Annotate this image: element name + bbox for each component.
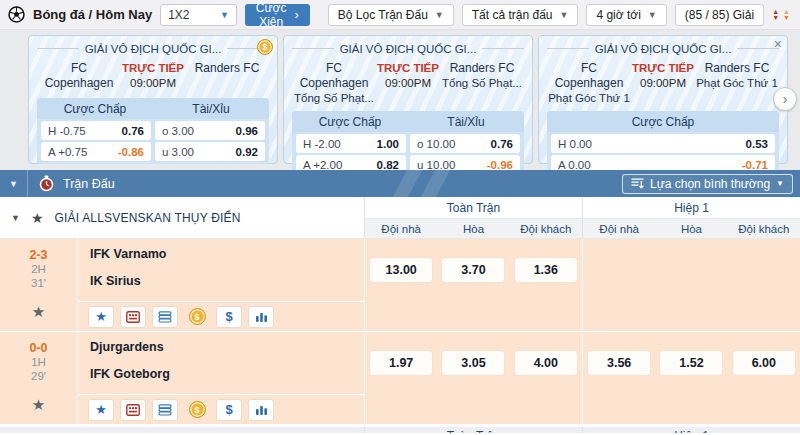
- odds-label: H -2.00: [303, 138, 341, 150]
- favorite-star-button[interactable]: ★: [88, 399, 114, 421]
- odds-button-away[interactable]: 4.00: [515, 351, 577, 375]
- odds-button[interactable]: H -0.75 0.76: [41, 121, 151, 140]
- live-block: TRỰC TIẾP 09:00PM: [376, 61, 440, 91]
- odds-button[interactable]: u 3.00 0.92: [155, 142, 265, 161]
- odds-button-draw[interactable]: 3.70: [442, 258, 504, 282]
- card-teams: FC Copenhagen Tổng Số Phạt... TRỰC TIẾP …: [292, 61, 524, 106]
- match-main: Djurgardens IFK Goteborg ★ $ $: [78, 332, 365, 424]
- sort-lines-icon: [631, 178, 644, 189]
- display-mode-button[interactable]: Lựa chọn bình thường ▼: [622, 174, 793, 194]
- market-header: Cược Chấp: [292, 115, 408, 129]
- market-select-value: 1X2: [168, 8, 189, 22]
- sort-control[interactable]: ▲▼ ▲▼: [772, 9, 792, 21]
- chevron-down-icon: ▼: [648, 10, 657, 20]
- odds-value: 0.82: [377, 159, 399, 171]
- odds-value: 1.00: [377, 138, 399, 150]
- odds-button[interactable]: H 0.00 0.53: [551, 134, 775, 153]
- away-team: Randers FC Phạt Góc Thứ 1: [695, 61, 779, 91]
- all-matches-dropdown[interactable]: Tất cả trận đấu ▼: [462, 4, 579, 26]
- chevron-down-icon: ▼: [435, 10, 444, 20]
- live-badge: TRỰC TIẾP: [631, 61, 695, 76]
- home-team-name: FC Copenhagen: [292, 61, 376, 91]
- card-league-text: GIẢI VÔ ĐỊCH QUỐC GI...: [595, 43, 732, 55]
- odds-button-h1-away[interactable]: 6.00: [733, 351, 795, 375]
- match-favorite-star-icon[interactable]: ★: [32, 303, 45, 321]
- card-teams: FC Copenhagen Phạt Góc Thứ 1 TRỰC TIẾP 0…: [547, 61, 779, 106]
- favorite-star-button[interactable]: ★: [88, 306, 114, 328]
- match-teams-link[interactable]: IFK Varnamo IK Sirius: [78, 239, 364, 301]
- markets-icon: [158, 404, 172, 416]
- column-header: Đội nhà: [583, 219, 655, 238]
- odds-label: u 10.00: [417, 159, 455, 171]
- partial-group-header: Toàn Trận: [365, 427, 583, 433]
- collapse-section-chevron[interactable]: ▼: [0, 170, 28, 197]
- markets-button[interactable]: [152, 399, 178, 421]
- column-header: Đội khách: [510, 219, 583, 238]
- home-team: FC Copenhagen: [37, 61, 121, 91]
- odds-value: 0.96: [236, 125, 258, 137]
- odds-button-draw[interactable]: 3.05: [442, 351, 504, 375]
- match-teams-link[interactable]: Djurgardens IFK Goteborg: [78, 332, 364, 394]
- odds-label: H -0.75: [48, 125, 86, 137]
- column-header: Đội khách: [728, 219, 800, 238]
- odds-button-h1-home[interactable]: 3.56: [588, 351, 650, 375]
- odds-label: A +0.75: [48, 146, 87, 158]
- scoreboard-button[interactable]: [120, 306, 146, 328]
- scoreboard-icon: [126, 404, 140, 416]
- market-header: Tài/Xỉu: [153, 102, 269, 116]
- scoreboard-button[interactable]: [120, 399, 146, 421]
- odds-button-away[interactable]: 1.36: [515, 258, 577, 282]
- live-badge: TRỰC TIẾP: [376, 61, 440, 76]
- odds-button[interactable]: o 3.00 0.96: [155, 121, 265, 140]
- match-favorite-star-icon[interactable]: ★: [32, 396, 45, 414]
- odds-button-home[interactable]: 1.97: [370, 351, 432, 375]
- market-select[interactable]: 1X2 ▼: [160, 4, 237, 26]
- time-filter-dropdown[interactable]: 4 giờ tới ▼: [586, 4, 666, 26]
- odds-value: 0.92: [236, 146, 258, 158]
- odds-cell-empty: [582, 239, 655, 331]
- card-league-title: GIẢI VÔ ĐỊCH QUỐC GI...: [292, 40, 524, 57]
- dollar-button[interactable]: $: [216, 306, 242, 328]
- card-league-title: GIẢI VÔ ĐỊCH QUỐC GI...: [37, 40, 269, 57]
- odds-button[interactable]: o 10.00 0.76: [410, 134, 520, 153]
- away-team: Randers FC Tổng Số Phạt...: [440, 61, 524, 91]
- odds-value: -0.96: [487, 159, 513, 171]
- card-odds-block: Cược Chấp H 0.00 0.53 A 0.00 -0.71: [547, 111, 779, 177]
- match-filter-dropdown[interactable]: Bộ Lọc Trận Đấu ▼: [328, 4, 454, 26]
- stats-button[interactable]: [248, 306, 274, 328]
- odds-button[interactable]: A +0.75 -0.86: [41, 142, 151, 161]
- markets-button[interactable]: [152, 306, 178, 328]
- collapse-league-chevron[interactable]: ▼: [11, 213, 20, 223]
- featured-card: GIẢI VÔ ĐỊCH QUỐC GI... $ FC Copenhagen …: [28, 35, 278, 164]
- odds-button-home[interactable]: 13.00: [370, 258, 432, 282]
- cash-out-button[interactable]: $: [184, 399, 210, 421]
- odds-button-h1-draw[interactable]: 1.52: [660, 351, 722, 375]
- cash-out-button[interactable]: $: [184, 306, 210, 328]
- dollar-button[interactable]: $: [216, 399, 242, 421]
- league-favorite-star-icon[interactable]: ★: [31, 210, 44, 226]
- card-odds-block: Cược Chấp Tài/Xỉu H -0.75 0.76 o 3.00 0.…: [37, 98, 269, 164]
- match-row: 2-3 2H 31' ★ IFK Varnamo IK Sirius ★ $ $…: [0, 239, 800, 332]
- featured-card: GIẢI VÔ ĐỊCH QUỐC GI... FC Copenhagen Tổ…: [283, 35, 533, 164]
- league-count-button[interactable]: (85 / 85) Giải: [675, 4, 764, 26]
- match-time-column: 2-3 2H 31' ★: [0, 239, 78, 331]
- close-icon[interactable]: ×: [774, 36, 782, 52]
- match-time-column: 0-0 1H 29' ★: [0, 332, 78, 424]
- page-title: Bóng đá / Hôm Nay: [33, 7, 152, 22]
- chevron-down-icon: ▼: [776, 179, 784, 188]
- odds-label: A +2.00: [303, 159, 342, 171]
- league-header-left: ▼ ★ GIẢI ALLSVENSKAN THỤY ĐIỂN: [0, 197, 365, 238]
- column-header: Đội nhà: [365, 219, 437, 238]
- stats-button[interactable]: [248, 399, 274, 421]
- dollar-icon: $: [225, 403, 232, 416]
- next-arrow-button[interactable]: ›: [773, 87, 797, 111]
- match-tools: ★ $ $: [78, 301, 364, 331]
- next-league-header-partial: Toàn Trận Hiệp 1: [0, 425, 800, 433]
- league-count-label: (85 / 85) Giải: [685, 8, 754, 22]
- away-team-name: Randers FC: [185, 61, 269, 76]
- stats-icon: [255, 404, 268, 416]
- parlay-button[interactable]: Cược Xiên ›: [245, 4, 310, 26]
- odds-button[interactable]: H -2.00 1.00: [296, 134, 406, 153]
- partial-group-header: Hiệp 1: [583, 427, 800, 433]
- match-odds: 13.00 3.70 1.36: [365, 239, 800, 331]
